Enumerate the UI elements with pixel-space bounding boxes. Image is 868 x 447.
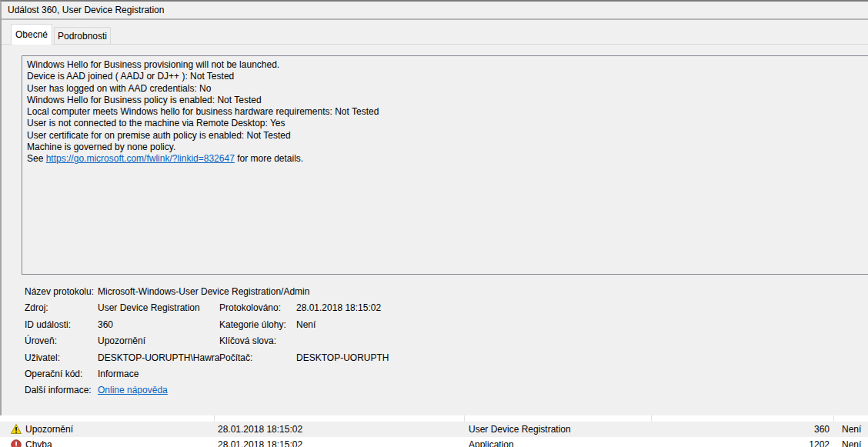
row-source: User Device Registration (469, 424, 571, 435)
form-row-level: Úroveň: Upozornění Klíčová slova: (25, 335, 868, 352)
message-line: Machine is governed by none policy. (27, 142, 867, 153)
row-level: Chyba (25, 439, 52, 447)
event-details-form: Název protokolu: Microsoft-Windows-User … (25, 286, 868, 402)
row-task-category: Není (842, 424, 861, 435)
warning-icon (11, 424, 22, 436)
logged-label: Protokolováno: (219, 302, 281, 313)
see-suffix: for more details. (235, 153, 303, 164)
log-name-value: Microsoft-Windows-User Device Registrati… (98, 286, 309, 297)
source-value: User Device Registration (98, 302, 200, 313)
row-datetime: 28.01.2018 18:15:02 (218, 424, 302, 435)
online-help-link[interactable]: Online nápověda (98, 385, 168, 395)
dialog-title: Událost 360, User Device Registration (2, 2, 868, 20)
event-log-list: Upozornění 28.01.2018 18:15:02 User Devi… (0, 415, 868, 447)
column-separator (464, 415, 465, 422)
source-label: Zdroj: (25, 302, 48, 313)
row-event-id: 1202 (809, 439, 830, 447)
form-row-event-id: ID události: 360 Kategorie úlohy: Není (25, 319, 868, 335)
column-separator (833, 415, 834, 422)
row-level: Upozornění (25, 424, 73, 435)
occluded-row-sliver (0, 415, 868, 422)
event-id-label: ID události: (25, 319, 71, 330)
form-row-log-name: Název protokolu: Microsoft-Windows-User … (25, 286, 868, 302)
computer-value: DESKTOP-UORUPTH (296, 352, 389, 363)
log-name-label: Název protokolu: (25, 286, 94, 297)
opcode-value: Informace (98, 369, 139, 379)
task-category-value: Není (296, 319, 315, 330)
row-task-category: Není (842, 439, 861, 447)
logged-value: 28.01.2018 18:15:02 (296, 302, 381, 313)
message-line: User certificate for on premise auth pol… (27, 130, 867, 142)
user-label: Uživatel: (25, 352, 60, 363)
event-description-box[interactable]: Windows Hello for Business provisioning … (22, 55, 868, 275)
event-properties-dialog: Událost 360, User Device Registration Ob… (0, 0, 868, 415)
form-row-user: Uživatel: DESKTOP-UORUPTH\Hawra Počítač:… (25, 352, 868, 369)
message-line-with-link: See https://go.microsoft.com/fwlink/?lin… (27, 153, 867, 165)
message-line: Windows Hello for Business provisioning … (27, 59, 867, 71)
tab-general[interactable]: Obecné (11, 24, 52, 45)
tab-pane-divider (2, 44, 868, 45)
form-row-more-info: Další informace: Online nápověda (25, 385, 868, 401)
more-info-label: Další informace: (25, 385, 92, 395)
form-row-opcode: Operační kód: Informace (25, 369, 868, 385)
row-event-id: 360 (814, 424, 830, 435)
form-row-source: Zdroj: User Device Registration Protokol… (25, 302, 868, 319)
see-prefix: See (27, 153, 46, 164)
column-separator (214, 415, 215, 422)
computer-label: Počítač: (219, 352, 252, 363)
keywords-label: Klíčová slova: (219, 335, 276, 346)
message-line: Windows Hello for Business policy is ena… (27, 95, 867, 106)
message-line: Device is AAD joined ( AADJ or DJ++ ): N… (27, 71, 867, 82)
message-line: User is not connected to the machine via… (27, 118, 867, 129)
row-source: Application (469, 439, 514, 447)
event-row-selected[interactable]: Upozornění 28.01.2018 18:15:02 User Devi… (0, 422, 868, 437)
level-value: Upozornění (98, 335, 145, 346)
tab-details[interactable]: Podrobnosti (54, 27, 111, 45)
fwlink-hyperlink[interactable]: https://go.microsoft.com/fwlink/?linkid=… (46, 153, 235, 164)
error-icon (11, 439, 22, 447)
column-separator (651, 415, 652, 422)
opcode-label: Operační kód: (25, 369, 82, 379)
event-id-value: 360 (98, 319, 113, 330)
message-line: User has logged on with AAD credentials:… (27, 83, 867, 95)
level-label: Úroveň: (25, 335, 57, 346)
message-line: Local computer meets Windows hello for b… (27, 106, 867, 118)
row-datetime: 28.01.2018 18:15:02 (218, 439, 302, 447)
event-row-partial[interactable]: Chyba 28.01.2018 18:15:02 Application 12… (0, 437, 868, 447)
user-value: DESKTOP-UORUPTH\Hawra (98, 352, 219, 363)
task-category-label: Kategorie úlohy: (219, 319, 286, 330)
